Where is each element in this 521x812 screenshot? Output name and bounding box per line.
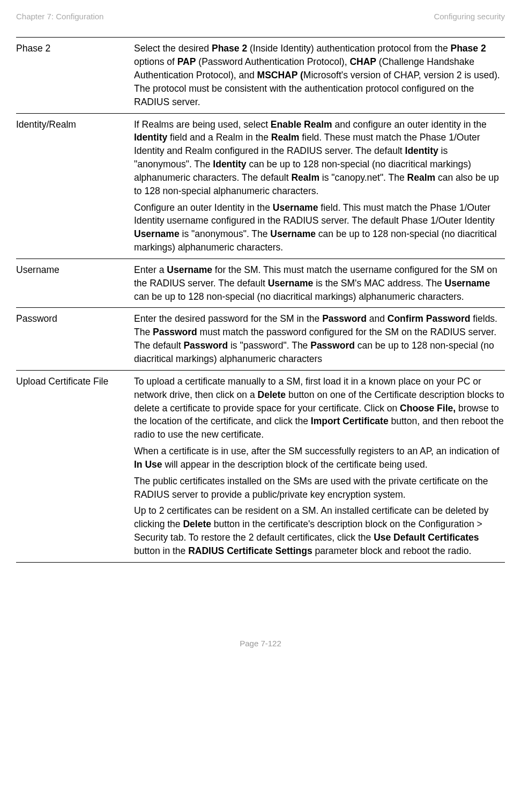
attribute-name: Identity/Realm	[16, 118, 134, 254]
table-row: Identity/RealmIf Realms are being used, …	[16, 113, 505, 259]
table-row: Phase 2Select the desired Phase 2 (Insid…	[16, 37, 505, 113]
page-header: Chapter 7: Configuration Configuring sec…	[16, 11, 505, 22]
description-paragraph: Enter a Username for the SM. This must m…	[134, 263, 505, 304]
description-paragraph: Select the desired Phase 2 (Inside Ident…	[134, 42, 505, 108]
attribute-description: Select the desired Phase 2 (Inside Ident…	[134, 42, 505, 108]
description-paragraph: Configure an outer Identity in the Usern…	[134, 201, 505, 254]
attribute-name: Password	[16, 312, 134, 365]
table-row: PasswordEnter the desired password for t…	[16, 307, 505, 370]
description-paragraph: The public certificates installed on the…	[134, 475, 505, 501]
table-row: UsernameEnter a Username for the SM. Thi…	[16, 259, 505, 308]
description-paragraph: If Realms are being used, select Enable …	[134, 118, 505, 198]
header-section: Configuring security	[434, 11, 505, 22]
attribute-description: Enter the desired password for the SM in…	[134, 312, 505, 365]
description-paragraph: Enter the desired password for the SM in…	[134, 312, 505, 365]
header-chapter: Chapter 7: Configuration	[16, 11, 103, 22]
description-paragraph: To upload a certificate manually to a SM…	[134, 375, 505, 441]
attribute-name: Upload Certificate File	[16, 375, 134, 558]
attribute-name: Username	[16, 263, 134, 304]
description-paragraph: When a certificate is in use, after the …	[134, 445, 505, 471]
attribute-name: Phase 2	[16, 42, 134, 108]
description-paragraph: Up to 2 certificates can be resident on …	[134, 504, 505, 557]
page-footer: Page 7-122	[16, 638, 505, 649]
attribute-description: Enter a Username for the SM. This must m…	[134, 263, 505, 304]
table-row: Upload Certificate FileTo upload a certi…	[16, 370, 505, 563]
attribute-description: To upload a certificate manually to a SM…	[134, 375, 505, 558]
config-table: Phase 2Select the desired Phase 2 (Insid…	[16, 37, 505, 563]
attribute-description: If Realms are being used, select Enable …	[134, 118, 505, 254]
